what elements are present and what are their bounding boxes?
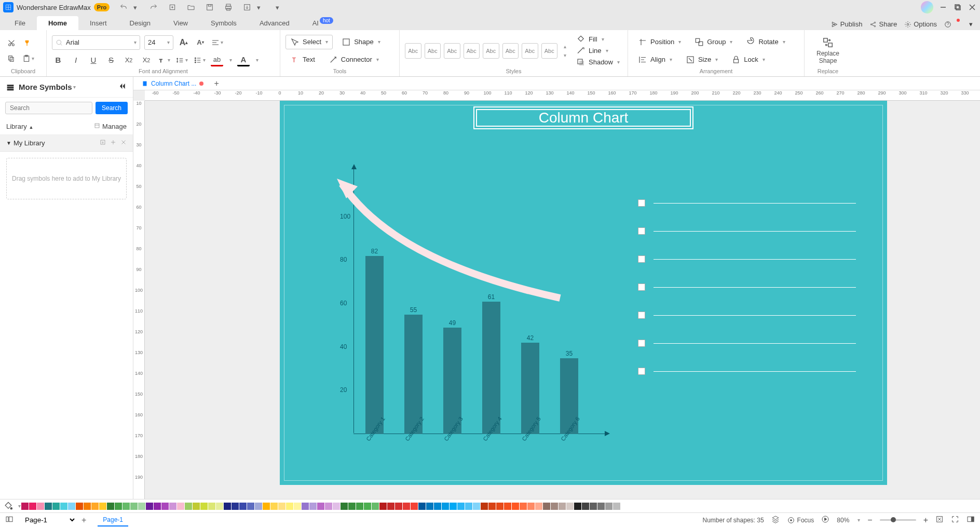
color-swatch[interactable] bbox=[395, 503, 402, 510]
legend-area[interactable] bbox=[638, 199, 856, 396]
qa-customize[interactable]: ▾ bbox=[273, 3, 282, 12]
color-swatch[interactable] bbox=[387, 503, 394, 510]
bullet-list-icon[interactable]: ▾ bbox=[193, 54, 206, 66]
legend-line[interactable] bbox=[654, 315, 856, 316]
close-icon[interactable] bbox=[968, 3, 977, 12]
legend-row[interactable] bbox=[638, 312, 856, 319]
style-preset-3[interactable]: Abc bbox=[444, 43, 460, 59]
color-swatch[interactable] bbox=[130, 503, 138, 510]
color-swatch[interactable] bbox=[21, 503, 29, 510]
collapse-sidebar-icon[interactable] bbox=[118, 82, 127, 92]
position-button[interactable]: Position▾ bbox=[633, 35, 686, 49]
open-icon[interactable] bbox=[186, 3, 196, 12]
color-swatch[interactable] bbox=[208, 503, 215, 510]
increase-font-icon[interactable]: A▴ bbox=[178, 36, 190, 49]
zoom-in-button[interactable]: + bbox=[923, 516, 928, 525]
menu-advanced[interactable]: Advanced bbox=[248, 16, 301, 30]
style-preset-2[interactable]: Abc bbox=[425, 43, 441, 59]
fullscreen-icon[interactable] bbox=[951, 515, 959, 525]
maximize-icon[interactable] bbox=[953, 3, 962, 12]
page-background[interactable]: Column Chart 2040608010082Category 155Ca… bbox=[280, 101, 887, 485]
menu-view[interactable]: View bbox=[162, 16, 199, 30]
legend-row[interactable] bbox=[638, 368, 856, 375]
menu-design[interactable]: Design bbox=[118, 16, 162, 30]
style-scroll-down[interactable]: ▾ bbox=[564, 52, 566, 58]
style-scroll-up[interactable]: ▴ bbox=[564, 44, 566, 49]
color-swatch[interactable] bbox=[255, 503, 262, 510]
color-swatch[interactable] bbox=[216, 503, 223, 510]
legend-checkbox[interactable] bbox=[638, 199, 645, 207]
legend-checkbox[interactable] bbox=[638, 312, 645, 319]
help-button[interactable] bbox=[944, 21, 951, 28]
layers-icon[interactable] bbox=[771, 515, 780, 525]
color-swatch[interactable] bbox=[520, 503, 527, 510]
font-family-select[interactable]: Arial ▾ bbox=[52, 35, 140, 50]
color-swatch[interactable] bbox=[169, 503, 176, 510]
document-tab[interactable]: Column Chart ... bbox=[137, 78, 209, 89]
legend-row[interactable] bbox=[638, 255, 856, 263]
color-swatch[interactable] bbox=[154, 503, 161, 510]
color-swatch[interactable] bbox=[512, 503, 519, 510]
legend-line[interactable] bbox=[654, 231, 856, 232]
page-tab[interactable]: Page-1 bbox=[98, 514, 128, 526]
bar[interactable] bbox=[482, 302, 500, 434]
fill-bucket-icon[interactable] bbox=[3, 501, 13, 511]
color-swatch[interactable] bbox=[457, 503, 465, 510]
color-swatch[interactable] bbox=[379, 503, 387, 510]
more-symbols-title[interactable]: More Symbols bbox=[19, 83, 72, 91]
color-swatch[interactable] bbox=[107, 503, 114, 510]
color-swatch[interactable] bbox=[146, 503, 153, 510]
color-swatch[interactable] bbox=[450, 503, 457, 510]
color-swatch[interactable] bbox=[99, 503, 106, 510]
panel-toggle-icon[interactable] bbox=[967, 515, 975, 525]
menu-ai[interactable]: AIhot bbox=[301, 16, 345, 30]
library-drop-zone[interactable]: Drag symbols here to add to My Library bbox=[6, 158, 127, 199]
font-color-icon[interactable]: A bbox=[237, 54, 250, 66]
italic-icon[interactable]: I bbox=[70, 54, 82, 66]
legend-line[interactable] bbox=[654, 259, 856, 260]
color-swatch[interactable] bbox=[84, 503, 91, 510]
copy-icon[interactable] bbox=[5, 52, 18, 65]
style-preset-8[interactable]: Abc bbox=[541, 43, 558, 59]
print-icon[interactable] bbox=[224, 3, 233, 12]
color-swatch[interactable] bbox=[115, 503, 122, 510]
help-dropdown[interactable]: ▾ bbox=[969, 20, 973, 28]
export-dropdown[interactable]: ▾ bbox=[254, 3, 263, 12]
trend-arrow[interactable] bbox=[332, 173, 570, 319]
mylib-export-icon[interactable] bbox=[100, 139, 106, 147]
color-swatch[interactable] bbox=[247, 503, 254, 510]
paste-icon[interactable]: ▾ bbox=[22, 52, 34, 65]
select-tool[interactable]: Select▾ bbox=[285, 35, 333, 49]
text-highlight-icon[interactable]: ab bbox=[211, 54, 223, 66]
chart-title[interactable]: Column Chart bbox=[474, 105, 692, 131]
add-page-button[interactable]: + bbox=[81, 516, 86, 525]
legend-checkbox[interactable] bbox=[638, 340, 645, 347]
color-swatch[interactable] bbox=[574, 503, 581, 510]
color-swatch[interactable] bbox=[597, 503, 605, 510]
font-size-select[interactable]: 24▾ bbox=[144, 35, 173, 50]
color-swatch[interactable] bbox=[356, 503, 363, 510]
new-icon[interactable] bbox=[168, 3, 177, 12]
legend-checkbox[interactable] bbox=[638, 368, 645, 375]
line-button[interactable]: Line▾ bbox=[574, 46, 622, 56]
symbol-search-button[interactable]: Search bbox=[96, 102, 128, 114]
shadow-button[interactable]: Shadow▾ bbox=[574, 57, 622, 67]
color-swatch[interactable] bbox=[403, 503, 410, 510]
color-swatch[interactable] bbox=[527, 503, 535, 510]
color-swatch[interactable] bbox=[582, 503, 589, 510]
strike-icon[interactable]: S bbox=[105, 54, 117, 66]
connector-tool[interactable]: Connector▾ bbox=[324, 52, 384, 67]
color-swatch[interactable] bbox=[286, 503, 293, 510]
canvas[interactable]: Column Chart 2040608010082Category 155Ca… bbox=[145, 101, 980, 499]
style-preset-7[interactable]: Abc bbox=[522, 43, 538, 59]
line-spacing-icon[interactable]: ▾ bbox=[175, 54, 188, 66]
presentation-icon[interactable] bbox=[821, 515, 829, 525]
color-swatch[interactable] bbox=[496, 503, 503, 510]
legend-line[interactable] bbox=[654, 287, 856, 288]
format-painter-icon[interactable] bbox=[22, 37, 34, 49]
lock-button[interactable]: Lock▾ bbox=[727, 52, 769, 67]
color-swatch[interactable] bbox=[317, 503, 324, 510]
color-swatch[interactable] bbox=[309, 503, 317, 510]
symbol-search-input[interactable] bbox=[5, 102, 92, 114]
color-swatch[interactable] bbox=[200, 503, 208, 510]
